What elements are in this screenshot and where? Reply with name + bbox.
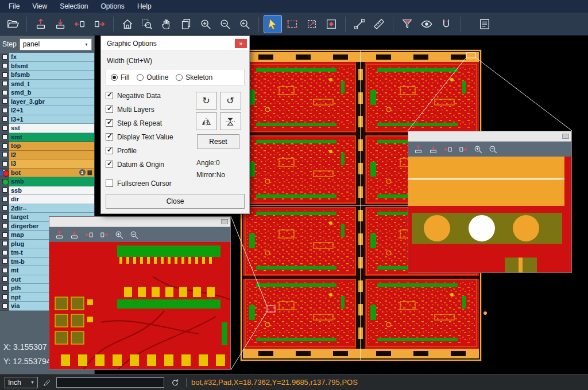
zoom-previous-button[interactable]: [235, 15, 254, 33]
option-checkbox[interactable]: Profile: [106, 147, 192, 154]
layer-select-gutter[interactable]: [0, 284, 9, 293]
layer-select-gutter[interactable]: [0, 186, 9, 196]
layer-name-cell[interactable]: l3: [9, 159, 94, 169]
layer-name-cell[interactable]: bot 1 ▦: [9, 169, 94, 178]
filter-button[interactable]: [398, 15, 416, 33]
option-checkbox[interactable]: Fullscreen Cursor: [106, 180, 192, 187]
layer-checkbox[interactable]: [2, 259, 7, 264]
layer-select-gutter[interactable]: [0, 293, 9, 302]
layer-select-gutter[interactable]: [0, 53, 9, 62]
layer-select-gutter[interactable]: [0, 71, 9, 80]
measure-line-button[interactable]: [350, 15, 369, 33]
layer-row[interactable]: l2: [0, 151, 94, 160]
layer-select-gutter[interactable]: [0, 62, 9, 71]
zoom-out-button[interactable]: [216, 15, 234, 33]
layer-row[interactable]: l3+1: [0, 115, 94, 124]
layer-select-gutter[interactable]: [0, 275, 9, 284]
box-right-button[interactable]: [90, 15, 109, 33]
rotate-ccw-button[interactable]: ↺: [220, 92, 241, 110]
import-down-icon[interactable]: [69, 230, 79, 240]
option-checkbox[interactable]: Datum & Origin: [106, 161, 192, 168]
magnifier-view[interactable]: [408, 157, 571, 272]
layer-checkbox[interactable]: [2, 54, 7, 60]
layer-name-cell[interactable]: smd_b: [9, 88, 94, 98]
layer-checkbox[interactable]: [2, 90, 7, 95]
layer-select-gutter[interactable]: [0, 80, 9, 89]
layer-row[interactable]: bot 1 ▦: [0, 169, 94, 178]
home-button[interactable]: [118, 15, 137, 33]
layer-select-gutter[interactable]: [0, 159, 9, 169]
window-control-button[interactable]: [221, 219, 228, 224]
box-down-button[interactable]: [51, 15, 69, 33]
transform-select-button[interactable]: [303, 15, 321, 33]
layer-row[interactable]: smt: [0, 133, 94, 142]
layer-checkbox[interactable]: [2, 99, 7, 104]
pan-button[interactable]: [157, 15, 176, 33]
magnifier-window-2[interactable]: [408, 131, 572, 273]
layer-name-cell[interactable]: fx: [9, 53, 94, 62]
mirror-horizontal-button[interactable]: [196, 112, 217, 130]
layer-select-gutter[interactable]: [0, 177, 9, 186]
layer-checkbox[interactable]: [2, 276, 7, 282]
layer-checkbox[interactable]: [2, 223, 7, 228]
layer-checkbox[interactable]: [2, 214, 7, 220]
menu-item[interactable]: View: [26, 1, 53, 12]
layer-checkbox[interactable]: [2, 152, 7, 157]
layer-row[interactable]: l3: [0, 159, 94, 169]
zoom-in-button[interactable]: [196, 15, 215, 33]
magnifier-titlebar[interactable]: [408, 131, 571, 142]
layer-checkbox[interactable]: [2, 232, 7, 237]
layer-select-gutter[interactable]: [0, 302, 9, 311]
menu-item[interactable]: Selection: [53, 1, 94, 12]
layer-checkbox[interactable]: [2, 205, 7, 210]
command-input[interactable]: [56, 377, 164, 388]
layer-select-gutter[interactable]: [0, 195, 9, 204]
layer-name-cell[interactable]: smb: [9, 177, 94, 186]
layer-select-gutter[interactable]: [0, 98, 9, 107]
layer-row[interactable]: ssb: [0, 186, 94, 196]
magnifier-window-1[interactable]: [49, 216, 231, 370]
close-icon[interactable]: ×: [235, 39, 247, 48]
layer-select-gutter[interactable]: [0, 266, 9, 275]
window-control-button[interactable]: [562, 134, 569, 139]
layer-select-gutter[interactable]: [0, 248, 9, 258]
layer-select-gutter[interactable]: [0, 204, 9, 213]
layer-checkbox[interactable]: [2, 134, 7, 139]
width-mode-radio[interactable]: Fill: [111, 73, 129, 81]
snap-button[interactable]: [322, 15, 341, 33]
import-down-icon[interactable]: [428, 145, 438, 154]
step-in-icon[interactable]: [443, 145, 453, 154]
layer-name-cell[interactable]: top: [9, 142, 94, 151]
layer-checkbox[interactable]: [2, 241, 7, 246]
layer-name-cell[interactable]: layer_3.gbr: [9, 98, 94, 107]
layer-row[interactable]: smd_b: [0, 88, 94, 98]
export-up-icon[interactable]: [55, 230, 64, 240]
layer-name-cell[interactable]: bfsmb: [9, 71, 94, 80]
layer-row[interactable]: top: [0, 142, 94, 151]
layer-checkbox[interactable]: [2, 116, 7, 122]
zoom-out-icon[interactable]: [129, 230, 139, 240]
layer-select-gutter[interactable]: [0, 222, 9, 231]
report-button[interactable]: [475, 15, 494, 33]
option-checkbox[interactable]: Display Text Value: [106, 133, 192, 141]
menu-item[interactable]: Help: [131, 1, 158, 12]
layer-name-cell[interactable]: smt: [9, 133, 94, 142]
rect-select-button[interactable]: [283, 15, 301, 33]
zoom-out-icon[interactable]: [488, 145, 498, 154]
step-out-icon[interactable]: [99, 230, 109, 240]
layer-row[interactable]: bfsmt: [0, 62, 94, 71]
width-mode-radio[interactable]: Outline: [137, 73, 168, 81]
reset-button[interactable]: Reset: [197, 134, 239, 149]
layer-name-cell[interactable]: 2dir--: [9, 204, 94, 213]
mirror-vertical-button[interactable]: [220, 112, 241, 130]
magnet-button[interactable]: [437, 15, 455, 33]
option-checkbox[interactable]: Multi Layers: [106, 106, 192, 113]
box-up-button[interactable]: [32, 15, 50, 33]
magnifier-view[interactable]: [49, 242, 230, 369]
ruler-button[interactable]: [370, 15, 388, 33]
layer-name-cell[interactable]: l3+1: [9, 115, 94, 124]
overlay-button[interactable]: [177, 15, 195, 33]
layer-checkbox[interactable]: [2, 63, 7, 68]
layer-checkbox[interactable]: [2, 197, 7, 202]
layer-checkbox[interactable]: [2, 161, 7, 166]
